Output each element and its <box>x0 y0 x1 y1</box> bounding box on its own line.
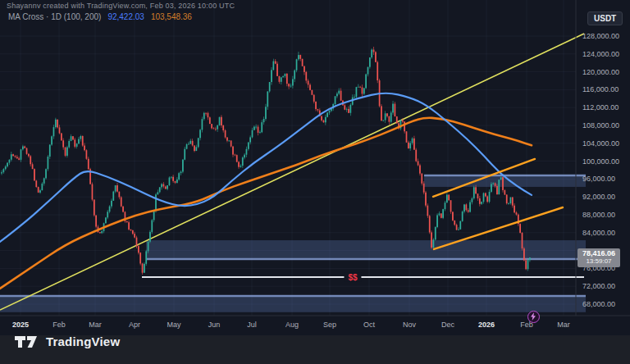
time-tick-label: Feb <box>52 321 66 329</box>
indicator-title[interactable]: MA Cross · 1D (100, 200) <box>8 12 101 21</box>
currency-unit-badge[interactable]: USDT <box>587 11 623 25</box>
attribution-text: Shayannv created with TradingView.com, F… <box>7 2 235 10</box>
price-tick-label: 128,000.00 <box>582 32 628 40</box>
price-tick-label: 112,000.00 <box>582 103 628 111</box>
time-tick-label: 2025 <box>12 321 29 329</box>
time-tick-label: May <box>167 321 180 329</box>
price-tick-label: 108,000.00 <box>582 121 628 130</box>
price-tick-label: 120,000.00 <box>582 68 628 76</box>
time-tick-label: Jun <box>208 321 221 329</box>
time-tick-label: 2026 <box>478 321 495 329</box>
time-tick-label: Aug <box>285 321 299 329</box>
price-tick-label: 72,000.00 <box>582 282 628 290</box>
tradingview-wordmark: TradingView <box>46 334 120 348</box>
bar-countdown: 13:59:07 <box>578 257 620 266</box>
time-tick-label: Mar <box>89 321 102 329</box>
tradingview-mark-icon <box>15 334 39 349</box>
last-price-value: 78,416.06 <box>578 249 620 257</box>
time-tick-label: Oct <box>363 321 375 329</box>
time-tick-label: Nov <box>403 321 416 329</box>
price-tick-label: 124,000.00 <box>582 50 628 58</box>
ma100-value: 92,422.03 <box>107 12 144 21</box>
price-tick-label: 84,000.00 <box>582 229 628 237</box>
time-tick-label: Sep <box>323 321 336 329</box>
price-tick-label: 116,000.00 <box>582 85 628 93</box>
price-tick-label: 96,000.00 <box>582 175 628 183</box>
price-tick-label: 68,000.00 <box>582 300 628 308</box>
chart-canvas[interactable] <box>0 0 630 364</box>
tradingview-chart-window: Shayannv created with TradingView.com, F… <box>0 0 630 364</box>
ma200-value: 103,548.36 <box>151 12 192 21</box>
price-tick-label: 88,000.00 <box>582 211 628 219</box>
dollar-annotation[interactable]: $$ <box>344 273 361 282</box>
tradingview-logo[interactable]: TradingView <box>15 334 120 349</box>
price-tick-label: 100,000.00 <box>582 157 628 166</box>
price-tick-label: 104,000.00 <box>582 139 628 148</box>
time-tick-label: Apr <box>129 321 140 329</box>
last-price-label: 78,416.06 13:59:07 <box>578 248 620 267</box>
indicator-legend[interactable]: MA Cross · 1D (100, 200) 92,422.03 103,5… <box>8 12 192 21</box>
time-tick-label: Mar <box>557 321 570 329</box>
lightning-event-icon[interactable] <box>527 311 540 323</box>
lightning-bolt-glyph <box>530 312 536 321</box>
price-tick-label: 92,000.00 <box>582 193 628 201</box>
time-tick-label: Dec <box>441 321 454 329</box>
time-tick-label: Jul <box>247 321 257 329</box>
